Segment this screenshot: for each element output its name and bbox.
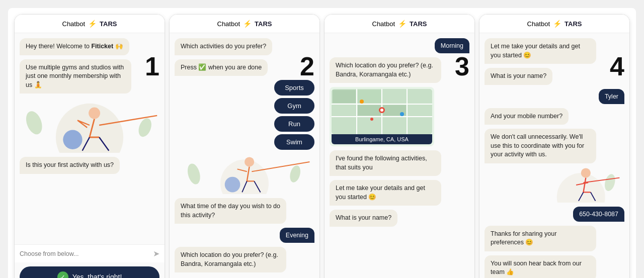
panel-1-buttons: ✓ Yes, that's right! ⊘ Nope	[15, 262, 165, 278]
bot-message-4-1: Let me take your details and get you sta…	[485, 38, 596, 64]
svg-point-3	[89, 108, 100, 119]
bot-message-3-2: I've found the following activities, tha…	[330, 150, 441, 176]
map-image	[332, 89, 432, 134]
svg-point-7	[288, 164, 302, 183]
swim-button[interactable]: Swim	[274, 134, 314, 150]
tars-label-2: TARS	[255, 20, 272, 28]
bot-message-4-5: Thanks for sharing your preferences 😊	[485, 226, 596, 251]
bot-message-3-1: Which location do you prefer? (e.g. Band…	[330, 57, 441, 83]
svg-point-8	[245, 157, 254, 166]
sports-button[interactable]: Sports	[274, 80, 314, 96]
bot-message-4-2: What is your name?	[485, 68, 552, 85]
svg-rect-18	[333, 90, 356, 103]
panel-2-body: 2 Which activities do you prefer? Press …	[170, 33, 319, 278]
bot-message-4-4: We don't call unnecessarily. We'll use t…	[485, 129, 596, 163]
bot-message-2-1: Which activities do you prefer?	[175, 38, 272, 55]
bot-message-4-3: And your mobile number?	[485, 108, 569, 125]
panel-4: Chatbot ⚡ TARS 4 Let me take your detail…	[479, 14, 630, 278]
panel-1-body: 1 Hey there! Welcome to Fiticket 🙌 Use m…	[15, 33, 165, 244]
bolt-icon-4: ⚡	[553, 20, 561, 28]
svg-rect-16	[358, 105, 381, 116]
panel-number-2: 2	[300, 53, 314, 79]
bot-message-1-2: Use multiple gyms and studios with just …	[20, 59, 131, 94]
chatbot-label-4: Chatbot	[527, 20, 550, 28]
svg-point-4	[63, 130, 82, 149]
svg-point-21	[380, 109, 383, 112]
illustration-1	[20, 98, 159, 153]
chatbot-label-2: Chatbot	[217, 20, 240, 28]
bot-message-2-2: Press ✅ when you are done	[175, 59, 268, 76]
svg-point-26	[603, 173, 617, 192]
user-phone-response: 650-430-8087	[573, 207, 624, 222]
gym-button[interactable]: Gym	[274, 98, 314, 114]
tars-label-1: TARS	[100, 20, 117, 28]
panel-3-body: 3 Morning Which location do you prefer? …	[325, 33, 474, 278]
svg-point-22	[360, 100, 364, 104]
panel-number-1: 1	[145, 53, 159, 79]
svg-point-25	[557, 173, 605, 203]
bot-message-2-4: Which location do you prefer? (e.g. Band…	[175, 247, 286, 272]
check-icon-1: ✓	[57, 271, 68, 278]
activity-options: Sports Gym Run Swim	[274, 80, 314, 150]
panel-1-header: Chatbot ⚡ TARS	[15, 15, 165, 33]
bot-message-2-3: What time of the day you wish to do this…	[175, 198, 286, 224]
user-name-response: Tyler	[599, 89, 624, 104]
panel-3: Chatbot ⚡ TARS 3 Morning Which location …	[324, 14, 475, 278]
bolt-icon-3: ⚡	[398, 20, 407, 28]
bolt-icon-2: ⚡	[243, 20, 252, 28]
panel-1-input-area: ➤	[15, 244, 165, 262]
yes-label-1: Yes, that's right!	[72, 273, 122, 278]
morning-response: Morning	[435, 38, 469, 53]
panel-3-header: Chatbot ⚡ TARS	[325, 15, 474, 33]
svg-point-27	[581, 168, 591, 177]
yes-button-1[interactable]: ✓ Yes, that's right!	[20, 266, 159, 278]
tars-label-3: TARS	[410, 20, 427, 28]
panel-number-4: 4	[610, 53, 624, 79]
illustration-2	[175, 154, 314, 194]
svg-point-9	[225, 177, 240, 193]
screenshots-container: Chatbot ⚡ TARS 1 Hey there! Welcome to F…	[8, 8, 636, 278]
svg-point-23	[400, 112, 404, 116]
map-container: Burlingame, CA, USA	[330, 87, 434, 146]
bot-message-3-4: What is your name?	[330, 210, 397, 227]
panel-1-input[interactable]	[20, 250, 149, 257]
bot-message-4-6: You will soon hear back from our team 👍	[485, 255, 596, 279]
tars-label-4: TARS	[565, 20, 582, 28]
run-button[interactable]: Run	[274, 116, 314, 132]
svg-point-24	[370, 118, 373, 121]
bot-message-3-3: Let me take your details and get you sta…	[330, 180, 441, 206]
panel-4-body: 4 Let me take your details and get you s…	[479, 33, 629, 278]
chatbot-label-3: Chatbot	[372, 20, 395, 28]
send-icon-1[interactable]: ➤	[153, 249, 159, 258]
map-location-label: Burlingame, CA, USA	[332, 134, 432, 144]
bot-message-1-1: Hey there! Welcome to Fiticket 🙌	[20, 38, 129, 55]
panel-1: Chatbot ⚡ TARS 1 Hey there! Welcome to F…	[14, 14, 165, 278]
panel-2-header: Chatbot ⚡ TARS	[170, 15, 319, 33]
illustration-4	[485, 167, 624, 203]
svg-point-2	[136, 117, 154, 139]
bot-message-1-3: Is this your first activity with us?	[20, 157, 120, 174]
chatbot-label-1: Chatbot	[62, 20, 86, 28]
panel-number-3: 3	[455, 53, 469, 79]
panel-2: Chatbot ⚡ TARS 2 Which activities do you…	[169, 14, 320, 278]
bolt-icon-1: ⚡	[88, 20, 97, 28]
evening-response: Evening	[280, 228, 314, 243]
svg-point-6	[186, 162, 202, 186]
panel-4-header: Chatbot ⚡ TARS	[479, 15, 629, 33]
svg-point-1	[23, 109, 45, 137]
